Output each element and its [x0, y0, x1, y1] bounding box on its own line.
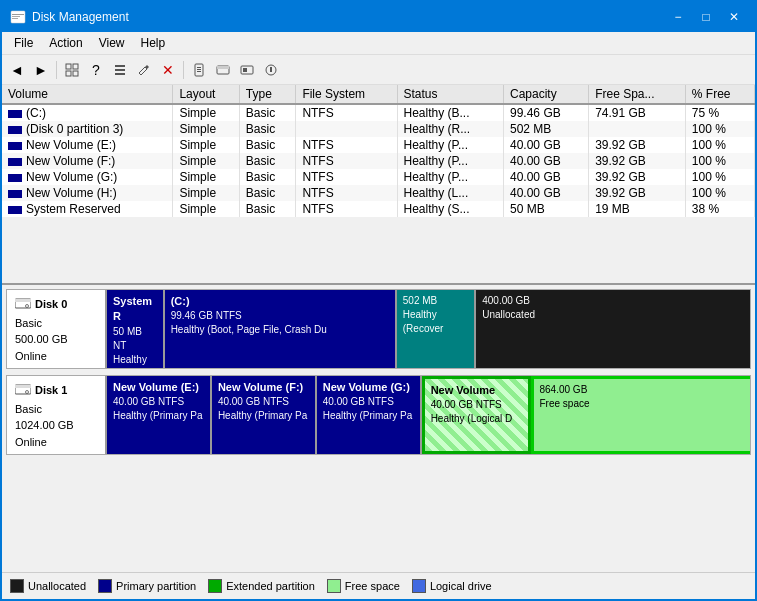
legend-box-unallocated — [10, 579, 24, 593]
window-title: Disk Management — [32, 10, 129, 24]
svg-rect-25 — [15, 385, 31, 388]
disk-0-partition-sysres[interactable]: System R 50 MB NT Healthy (S... — [107, 290, 165, 368]
toolbar-btn-menu[interactable] — [236, 59, 258, 81]
toolbar-btn-properties[interactable] — [188, 59, 210, 81]
close-button[interactable]: ✕ — [721, 8, 747, 26]
svg-rect-4 — [66, 64, 71, 69]
menu-file[interactable]: File — [6, 34, 41, 52]
col-pct[interactable]: % Free — [685, 85, 754, 104]
disk-1-partition-free[interactable]: 864.00 GB Free space — [531, 376, 750, 454]
disk-1-partition-e[interactable]: New Volume (E:) 40.00 GB NTFS Healthy (P… — [107, 376, 212, 454]
table-row[interactable]: System Reserved Simple Basic NTFS Health… — [2, 201, 755, 217]
toolbar-btn-list[interactable] — [109, 59, 131, 81]
cell-free: 39.92 GB — [589, 185, 686, 201]
cell-fs: NTFS — [296, 201, 397, 217]
disk-0-partition-unalloc[interactable]: 400.00 GB Unallocated — [476, 290, 750, 368]
menu-help[interactable]: Help — [133, 34, 174, 52]
cell-status: Healthy (P... — [397, 169, 504, 185]
volume-table: Volume Layout Type File System Status Ca… — [2, 85, 755, 217]
cell-type: Basic — [239, 185, 296, 201]
toolbar-btn-disk[interactable] — [212, 59, 234, 81]
maximize-button[interactable]: □ — [693, 8, 719, 26]
legend-label-unallocated: Unallocated — [28, 580, 86, 592]
svg-rect-16 — [217, 66, 229, 69]
cell-status: Healthy (S... — [397, 201, 504, 217]
toolbar-btn-edit[interactable] — [133, 59, 155, 81]
menu-view[interactable]: View — [91, 34, 133, 52]
cell-free: 74.91 GB — [589, 104, 686, 121]
cell-volume: (Disk 0 partition 3) — [2, 121, 173, 137]
disk-1-partitions: New Volume (E:) 40.00 GB NTFS Healthy (P… — [107, 376, 750, 454]
cell-free: 39.92 GB — [589, 137, 686, 153]
svg-rect-13 — [197, 69, 201, 70]
cell-capacity: 502 MB — [504, 121, 589, 137]
toolbar: ◄ ► ? ✕ — [2, 55, 755, 85]
forward-button[interactable]: ► — [30, 59, 52, 81]
toolbar-btn-extra[interactable] — [260, 59, 282, 81]
svg-point-23 — [26, 305, 29, 308]
col-volume[interactable]: Volume — [2, 85, 173, 104]
cell-layout: Simple — [173, 185, 239, 201]
cell-volume: (C:) — [2, 104, 173, 121]
cell-capacity: 50 MB — [504, 201, 589, 217]
svg-rect-1 — [12, 14, 24, 15]
cell-layout: Simple — [173, 169, 239, 185]
cell-layout: Simple — [173, 201, 239, 217]
col-free[interactable]: Free Spa... — [589, 85, 686, 104]
table-row[interactable]: (C:) Simple Basic NTFS Healthy (B... 99.… — [2, 104, 755, 121]
cell-pct: 100 % — [685, 137, 754, 153]
disk-1-size: 1024.00 GB — [15, 417, 97, 434]
table-row[interactable]: New Volume (E:) Simple Basic NTFS Health… — [2, 137, 755, 153]
table-row[interactable]: New Volume (H:) Simple Basic NTFS Health… — [2, 185, 755, 201]
col-status[interactable]: Status — [397, 85, 504, 104]
disk-0-partition-c[interactable]: (C:) 99.46 GB NTFS Healthy (Boot, Page F… — [165, 290, 397, 368]
disk-1-status: Online — [15, 434, 97, 451]
disk-1-partition-f[interactable]: New Volume (F:) 40.00 GB NTFS Healthy (P… — [212, 376, 317, 454]
disk-1-partition-g[interactable]: New Volume (G:) 40.00 GB NTFS Healthy (P… — [317, 376, 422, 454]
back-button[interactable]: ◄ — [6, 59, 28, 81]
legend-extended: Extended partition — [208, 579, 315, 593]
cell-pct: 100 % — [685, 153, 754, 169]
cell-pct: 75 % — [685, 104, 754, 121]
toolbar-separator-1 — [56, 61, 57, 79]
cell-type: Basic — [239, 153, 296, 169]
cell-fs: NTFS — [296, 169, 397, 185]
cell-pct: 38 % — [685, 201, 754, 217]
svg-rect-5 — [73, 64, 78, 69]
table-row[interactable]: New Volume (F:) Simple Basic NTFS Health… — [2, 153, 755, 169]
legend-freespace: Free space — [327, 579, 400, 593]
legend-unallocated: Unallocated — [10, 579, 86, 593]
svg-rect-10 — [115, 73, 125, 75]
disk-row-0: Disk 0 Basic 500.00 GB Online System R 5… — [6, 289, 751, 369]
col-type[interactable]: Type — [239, 85, 296, 104]
disk-0-partition-recovery[interactable]: 502 MB Healthy (Recover — [397, 290, 476, 368]
legend-logical: Logical drive — [412, 579, 492, 593]
cell-type: Basic — [239, 121, 296, 137]
legend-label-logical: Logical drive — [430, 580, 492, 592]
legend-box-logical — [412, 579, 426, 593]
menu-action[interactable]: Action — [41, 34, 90, 52]
toolbar-btn-help[interactable]: ? — [85, 59, 107, 81]
col-capacity[interactable]: Capacity — [504, 85, 589, 104]
table-row[interactable]: New Volume (G:) Simple Basic NTFS Health… — [2, 169, 755, 185]
disk-row-1: Disk 1 Basic 1024.00 GB Online New Volum… — [6, 375, 751, 455]
svg-rect-14 — [197, 71, 201, 72]
legend-primary: Primary partition — [98, 579, 196, 593]
cell-capacity: 99.46 GB — [504, 104, 589, 121]
toolbar-btn-grid[interactable] — [61, 59, 83, 81]
svg-rect-8 — [115, 65, 125, 67]
cell-type: Basic — [239, 137, 296, 153]
cell-fs — [296, 121, 397, 137]
table-row[interactable]: (Disk 0 partition 3) Simple Basic Health… — [2, 121, 755, 137]
legend: Unallocated Primary partition Extended p… — [2, 572, 755, 599]
minimize-button[interactable]: − — [665, 8, 691, 26]
disk-0-icon: Disk 0 — [15, 296, 97, 313]
col-fs[interactable]: File System — [296, 85, 397, 104]
legend-box-primary — [98, 579, 112, 593]
legend-box-extended — [208, 579, 222, 593]
toolbar-btn-delete[interactable]: ✕ — [157, 59, 179, 81]
col-layout[interactable]: Layout — [173, 85, 239, 104]
svg-rect-9 — [115, 69, 125, 71]
disk-1-partition-h[interactable]: New Volume 40.00 GB NTFS Healthy (Logica… — [422, 376, 531, 454]
main-content: Volume Layout Type File System Status Ca… — [2, 85, 755, 599]
